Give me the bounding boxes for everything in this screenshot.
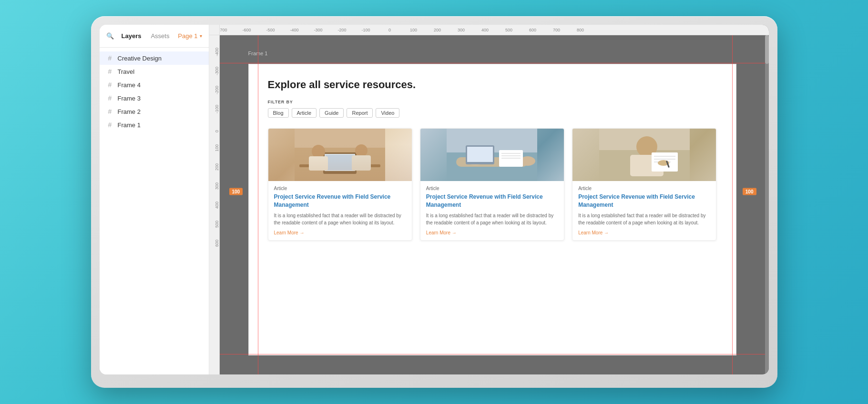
svg-rect-2	[299, 164, 380, 167]
cards-row: Article Project Service Revenue with Fie…	[268, 128, 717, 241]
svg-rect-7	[309, 156, 328, 171]
frame-icon: #	[106, 54, 114, 62]
scrollbar-right[interactable]	[765, 35, 769, 374]
layer-item-frame1[interactable]: # Frame 1	[100, 118, 209, 131]
ruler-vtick: 600	[213, 228, 219, 247]
card-2-link[interactable]: Learn More →	[426, 230, 558, 235]
layer-name-frame3: Frame 3	[118, 95, 141, 102]
ruler-vtick: 100	[213, 132, 219, 152]
card-2-title: Project Service Revenue with Field Servi…	[426, 193, 558, 209]
laptop-screen: 🔍 Layers Assets Page 1 ▾ # Creative Desi…	[100, 25, 769, 374]
search-icon[interactable]: 🔍	[106, 32, 114, 40]
card-3-body: Article Project Service Revenue with Fie…	[572, 181, 716, 240]
card-1[interactable]: Article Project Service Revenue with Fie…	[268, 128, 412, 241]
ruler-vtick: 300	[213, 171, 219, 190]
frame-icon-4: #	[106, 81, 114, 89]
svg-rect-0	[295, 129, 385, 181]
ruler-v-marks: -400 -300 -200 -100 0 100 200 300 400 50…	[209, 35, 219, 247]
layer-item-creative-design[interactable]: # Creative Design	[100, 51, 209, 65]
layer-item-frame4[interactable]: # Frame 4	[100, 78, 209, 91]
ruler-tick: -100	[354, 28, 378, 32]
svg-point-8	[355, 144, 368, 157]
card-1-type: Article	[274, 186, 406, 191]
layer-item-travel[interactable]: # Travel	[100, 65, 209, 78]
page-label: Page 1	[178, 32, 197, 40]
guide-vertical-right	[732, 35, 733, 374]
chevron-down-icon: ▾	[200, 33, 202, 39]
ruler-vtick: -300	[213, 56, 219, 75]
ruler-vtick: 400	[213, 190, 219, 209]
svg-rect-9	[352, 155, 371, 171]
card-1-desc: It is a long established fact that a rea…	[274, 212, 406, 226]
frame-icon-3: #	[106, 94, 114, 102]
sidebar: 🔍 Layers Assets Page 1 ▾ # Creative Desi…	[100, 25, 209, 374]
ruler-vertical: -400 -300 -200 -100 0 100 200 300 400 50…	[209, 35, 220, 374]
ruler-tick: -500	[259, 28, 283, 32]
layer-item-frame2[interactable]: # Frame 2	[100, 105, 209, 118]
card-3-type: Article	[578, 186, 710, 191]
ruler-tick: 100	[402, 28, 426, 32]
ruler-tick: 400	[473, 28, 497, 32]
filter-label: FILTER BY	[268, 100, 717, 104]
ruler-vtick: 200	[213, 152, 219, 171]
canvas-content: Frame 1 100 100 Explore all service reso…	[220, 35, 765, 374]
card-1-link[interactable]: Learn More →	[274, 230, 406, 235]
layer-list: # Creative Design # Travel # Frame 4 # F…	[100, 48, 209, 374]
card-3-image	[572, 129, 716, 181]
ruler-tick: -600	[235, 28, 259, 32]
card-2-illustration	[447, 129, 537, 181]
layer-name-creative-design: Creative Design	[118, 55, 162, 62]
guide-vertical-left	[258, 35, 258, 374]
layer-name-travel: Travel	[118, 68, 135, 75]
frame-icon-travel: #	[106, 68, 114, 75]
sidebar-header: 🔍 Layers Assets Page 1 ▾	[100, 25, 209, 48]
ruler-tick: 0	[378, 28, 402, 32]
spacing-badge-right: 100	[743, 188, 756, 195]
svg-point-6	[312, 145, 325, 158]
ruler-vtick: 0	[213, 113, 219, 132]
filter-btn-article[interactable]: Article	[292, 108, 317, 118]
layer-name-frame1: Frame 1	[118, 121, 141, 129]
ruler-vtick: -400	[213, 37, 219, 56]
card-2-type: Article	[426, 186, 558, 191]
canvas-area[interactable]: -700 -600 -500 -400 -300 -200 -100 0 100…	[209, 25, 769, 374]
design-frame: Explore all service resources. FILTER BY…	[248, 64, 736, 355]
ruler-vtick: -100	[213, 94, 219, 113]
filter-btn-blog[interactable]: Blog	[268, 108, 289, 118]
scrollbar-thumb[interactable]	[765, 35, 769, 64]
filter-btn-report[interactable]: Report	[347, 108, 373, 118]
card-2[interactable]: Article Project Service Revenue with Fie…	[420, 128, 564, 241]
card-3[interactable]: Article Project Service Revenue with Fie…	[572, 128, 716, 241]
ruler-horizontal: -700 -600 -500 -400 -300 -200 -100 0 100…	[209, 25, 769, 35]
svg-rect-1	[295, 148, 385, 181]
card-3-desc: It is a long established fact that a rea…	[578, 212, 710, 226]
ruler-tick: -300	[306, 28, 330, 32]
ruler-h-marks: -700 -600 -500 -400 -300 -200 -100 0 100…	[209, 25, 592, 35]
ruler-tick: -400	[283, 28, 306, 32]
filter-btn-video[interactable]: Video	[376, 108, 399, 118]
filter-btn-guide[interactable]: Guide	[319, 108, 344, 118]
frame-icon-2: #	[106, 108, 114, 115]
layer-item-frame3[interactable]: # Frame 3	[100, 91, 209, 105]
tab-layers[interactable]: Layers	[118, 30, 145, 41]
ruler-tick: -200	[330, 28, 354, 32]
spacing-badge-left: 100	[229, 188, 243, 195]
card-1-image	[268, 129, 412, 181]
ruler-tick: 500	[497, 28, 521, 32]
card-2-body: Article Project Service Revenue with Fie…	[420, 181, 564, 240]
filter-buttons: Blog Article Guide Report Video	[268, 108, 717, 118]
ruler-vtick: 500	[213, 209, 219, 228]
ruler-tick: 200	[426, 28, 449, 32]
svg-rect-3	[323, 152, 357, 174]
explore-heading: Explore all service resources.	[268, 79, 717, 91]
card-3-link[interactable]: Learn More →	[578, 230, 710, 235]
svg-rect-4	[325, 154, 355, 171]
page-selector[interactable]: Page 1 ▾	[178, 32, 202, 40]
card-2-image	[420, 129, 564, 181]
tab-assets[interactable]: Assets	[147, 30, 173, 41]
card-2-desc: It is a long established fact that a rea…	[426, 212, 558, 226]
ruler-tick: 800	[569, 28, 592, 32]
ruler-vtick: -200	[213, 75, 219, 94]
card-1-illustration	[295, 129, 385, 181]
ruler-tick: 700	[545, 28, 569, 32]
